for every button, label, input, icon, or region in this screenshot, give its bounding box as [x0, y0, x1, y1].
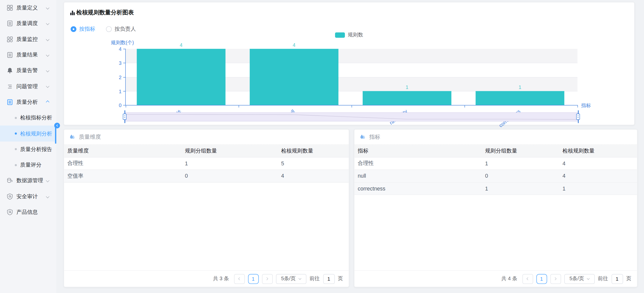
database-icon [7, 177, 13, 184]
sidebar-subitem-rule-analysis[interactable]: 检核规则分析 [0, 126, 56, 141]
datazoom-data-shadow [125, 113, 578, 121]
sidebar-item-quality-scheduling[interactable]: 质量调度 [0, 16, 56, 32]
radio-label: 按负责人 [115, 25, 136, 33]
bar-heli-xing[interactable] [137, 49, 226, 105]
bar-value-label: 1 [476, 84, 565, 90]
chart-title-text: 检核规则数量分析图表 [76, 9, 134, 16]
table-cell: 0 [482, 173, 559, 179]
sidebar-subitem-indicator-analysis[interactable]: 检核指标分析 [0, 110, 56, 126]
table-row: 合理性 1 4 [354, 157, 637, 170]
bar-null[interactable] [250, 49, 339, 105]
datazoom-right-handle[interactable] [578, 110, 579, 123]
sidebar-item-label: 安全审计 [16, 193, 38, 200]
chart-legend[interactable]: 规则数 [335, 32, 363, 39]
shield-icon [7, 193, 13, 200]
y-tick [123, 77, 126, 77]
y-tick-label: 3 [111, 60, 122, 66]
y-tick-label: 1 [111, 89, 122, 94]
list-icon [7, 83, 13, 90]
next-page-button[interactable] [550, 274, 561, 284]
bullet-icon [15, 132, 17, 134]
sidebar-item-quality-analysis[interactable]: 质量分析 [0, 94, 56, 110]
bar-correctness[interactable] [476, 91, 565, 105]
radio-label: 按指标 [79, 25, 95, 33]
column-header: 指标 [354, 147, 482, 155]
prev-page-button[interactable] [234, 274, 245, 284]
indicator-table: 指标 规则分组数量 检核规则数量 合理性 1 4 null 0 4 ration… [354, 145, 637, 182]
sidebar-item-quality-results[interactable]: 质量结果 [0, 47, 56, 63]
goto-page-input[interactable] [611, 274, 623, 284]
card-title: 指标 [359, 133, 380, 141]
radio-by-indicator[interactable]: 按指标 [71, 25, 95, 33]
y-tick-label: 4 [111, 46, 122, 52]
table-cell: 合理性 [64, 160, 182, 167]
page-number-button[interactable]: 1 [536, 274, 547, 284]
datazoom-slider[interactable] [125, 112, 578, 121]
cloud-drop-icon [359, 134, 366, 140]
page-number-button[interactable]: 1 [248, 274, 258, 284]
page-size-select[interactable]: 5条/页 [564, 274, 594, 284]
card-title-text: 指标 [369, 133, 380, 141]
x-tick [352, 106, 352, 108]
sidebar-item-label: 质量调度 [16, 20, 38, 27]
sidebar-subitem-analysis-report[interactable]: 质量分析报告 [0, 141, 56, 157]
chevron-down-icon [46, 6, 49, 10]
x-axis-name: 指标 [581, 102, 591, 109]
chevron-left-icon [527, 277, 530, 280]
sidebar-item-label: 质量定义 [16, 4, 38, 12]
chart-card-title: 检核规则数量分析图表 [70, 9, 134, 16]
next-page-button[interactable] [262, 274, 272, 284]
sidebar-item-label: 问题管理 [16, 83, 38, 90]
legend-swatch [335, 32, 345, 38]
bullet-icon [15, 164, 17, 166]
card-title: 质量维度 [69, 133, 101, 141]
datazoom-left-handle[interactable] [125, 110, 125, 123]
chevron-down-icon [46, 179, 49, 182]
sidebar-item-quality-monitoring[interactable]: 质量监控 [0, 31, 56, 47]
sidebar-subitem-label: 检核规则分析 [20, 130, 52, 137]
table-cell: 1 [559, 185, 637, 191]
sidebar-subitem-label: 质量评分 [20, 161, 42, 169]
column-header: 检核规则数量 [559, 147, 637, 155]
column-header: 质量维度 [64, 147, 182, 155]
chevron-down-icon [46, 194, 49, 198]
sidebar-item-quality-alerts[interactable]: 质量告警 [0, 63, 56, 79]
app-root: 质量定义 质量调度 质量监控 质量结果 [0, 0, 644, 293]
datazoom-grip-icon [576, 114, 580, 120]
grid-icon [7, 5, 13, 11]
datazoom-grip-icon [123, 114, 127, 120]
radio-selected-icon [71, 26, 76, 32]
sidebar-item-issue-management[interactable]: 问题管理 [0, 79, 56, 94]
page-size-select[interactable]: 5条/页 [276, 274, 306, 284]
bullet-icon [15, 117, 17, 119]
y-tick [123, 63, 126, 63]
sidebar-item-product-info[interactable]: 产品信息 [0, 204, 56, 220]
x-tick [126, 106, 126, 108]
sidebar-item-quality-definition[interactable]: 质量定义 [0, 0, 56, 16]
y-tick-label: 2 [111, 74, 122, 80]
x-tick [465, 106, 465, 108]
prev-page-button[interactable] [522, 274, 533, 284]
page-size-value: 5条/页 [570, 275, 584, 282]
sidebar-item-datasource-management[interactable]: 数据源管理 [0, 173, 56, 189]
chart-mode-radio-group: 按指标 按负责人 [71, 25, 136, 33]
document-icon [7, 52, 13, 58]
bar-rationality[interactable] [363, 91, 452, 105]
sidebar-item-label: 质量结果 [16, 51, 38, 59]
goto-page-input[interactable] [323, 274, 335, 284]
grid-icon [7, 36, 13, 42]
table-cell: 1 [482, 160, 559, 166]
bar-value-label: 1 [363, 84, 452, 90]
sidebar-item-security-audit[interactable]: 安全审计 [0, 188, 56, 204]
sidebar-collapse-button[interactable] [54, 123, 60, 128]
radio-by-owner[interactable]: 按负责人 [106, 25, 136, 33]
table-cell: 4 [559, 173, 637, 179]
chevron-down-icon [587, 277, 589, 279]
y-tick [123, 105, 126, 106]
x-tick [239, 106, 239, 108]
chart-plot-area[interactable]: 4 4 1 1 4 3 2 1 0 合理性 null [126, 49, 578, 105]
table-cell: null [354, 173, 482, 179]
sidebar-subitem-quality-score[interactable]: 质量评分 [0, 157, 56, 173]
page-size-value: 5条/页 [281, 275, 296, 282]
sidebar-subitem-label: 检核指标分析 [20, 114, 52, 121]
